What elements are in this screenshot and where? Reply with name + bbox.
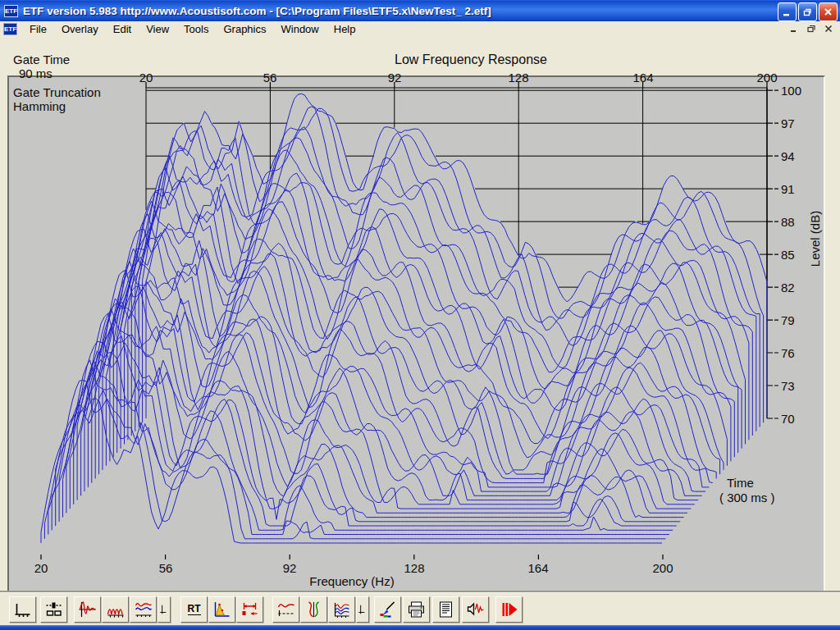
mdi-close-icon xyxy=(824,24,833,34)
level-tick-label: 88 xyxy=(781,215,817,229)
waterfall-icon xyxy=(331,600,352,619)
freq-bottom-tick-label: 56 xyxy=(148,561,184,575)
freq-bottom-tick-label: 200 xyxy=(645,561,681,575)
gate-span-button[interactable] xyxy=(236,596,263,623)
display-controls-button[interactable] xyxy=(40,596,67,623)
etf-app-window: ETF ETF version 5.983 http://www.Acousti… xyxy=(0,0,840,630)
printer-icon xyxy=(406,600,427,619)
gate-truncation-value: Hamming xyxy=(13,99,66,113)
freq-bottom-tick-label: 20 xyxy=(23,561,59,575)
axis-option-right-button[interactable] xyxy=(356,596,369,623)
mdi-restore-button[interactable] xyxy=(804,22,818,34)
level-tick-label: 97 xyxy=(781,116,817,130)
overlay-curves-button[interactable] xyxy=(130,596,157,623)
axis-option-left-button[interactable] xyxy=(158,596,171,623)
menu-view[interactable]: View xyxy=(139,22,176,37)
freq-top-tick-label: 56 xyxy=(252,71,288,84)
level-tick-label: 79 xyxy=(781,313,817,327)
menu-help[interactable]: Help xyxy=(326,22,363,37)
arrows-icon xyxy=(240,600,260,619)
freq-bottom-tick-label: 92 xyxy=(272,561,308,575)
title-bar[interactable]: ETF ETF version 5.983 http://www.Acousti… xyxy=(0,0,840,21)
minimize-button[interactable] xyxy=(778,2,797,21)
window-bottom-border xyxy=(0,625,840,630)
play-icon xyxy=(499,600,519,619)
level-tick-label: 85 xyxy=(781,248,817,262)
speaker-icon xyxy=(465,600,486,619)
comb-icon xyxy=(105,600,126,619)
axis-icon xyxy=(12,600,33,619)
y-axis-title: Level (dB) xyxy=(808,194,821,284)
corner-axis-icon xyxy=(158,600,170,619)
freq-top-tick-label: 128 xyxy=(500,71,536,84)
time-axis-title: Time xyxy=(727,476,754,490)
app-icon: ETF xyxy=(4,5,18,17)
menu-window[interactable]: Window xyxy=(274,22,326,37)
gate-time-value: 90 ms xyxy=(19,66,52,80)
menu-tools[interactable]: Tools xyxy=(176,22,216,37)
graph-axes-button[interactable] xyxy=(9,596,36,623)
restore-icon xyxy=(802,7,813,17)
menu-bar: ETF FileOverlayEditViewToolsGraphicsWind… xyxy=(0,21,840,38)
freq-top-tick-label: 200 xyxy=(749,71,785,84)
level-tick-label: 100 xyxy=(781,84,817,98)
restore-button[interactable] xyxy=(798,2,817,21)
freq-top-tick-label: 164 xyxy=(625,71,661,84)
freq-bottom-tick-label: 128 xyxy=(396,561,432,575)
time-axis-range: ( 300 ms ) xyxy=(719,491,775,504)
graph-colors-button[interactable] xyxy=(374,596,401,623)
level-tick-label: 70 xyxy=(781,412,817,426)
smoothed-response-button[interactable] xyxy=(272,596,299,623)
close-button[interactable] xyxy=(819,2,838,21)
playback-button[interactable] xyxy=(462,596,489,623)
sliders-icon xyxy=(43,600,64,619)
freq-bottom-tick-label: 164 xyxy=(520,561,556,575)
mdi-close-button[interactable] xyxy=(821,22,835,34)
menu-edit[interactable]: Edit xyxy=(106,22,139,37)
freq-top-tick-label: 92 xyxy=(377,71,413,84)
level-tick-label: 76 xyxy=(781,346,817,360)
phase-icon xyxy=(304,600,324,619)
menu-items: FileOverlayEditViewToolsGraphicsWindowHe… xyxy=(22,22,363,37)
measure-button[interactable] xyxy=(495,596,523,623)
document-app-icon: ETF xyxy=(3,23,17,35)
chart-title: Low Frequency Response xyxy=(331,52,610,67)
mdi-restore-icon xyxy=(806,24,816,34)
corner-axis-icon xyxy=(357,600,368,619)
level-tick-label: 94 xyxy=(781,149,817,163)
impulse-icon xyxy=(77,600,98,619)
decay-icon xyxy=(212,600,232,619)
level-tick-label: 82 xyxy=(781,281,817,294)
plot-area[interactable] xyxy=(7,75,825,623)
mdi-minimize-button[interactable] xyxy=(787,22,801,34)
impulse-response-button[interactable] xyxy=(74,596,101,623)
curves-icon xyxy=(133,600,153,619)
print-button[interactable] xyxy=(403,596,430,623)
menu-file[interactable]: File xyxy=(22,22,54,37)
close-icon xyxy=(823,7,833,17)
x-axis-title: Frequency (Hz) xyxy=(270,574,434,588)
toolbar: RT xyxy=(0,592,840,625)
mdi-minimize-icon xyxy=(789,24,799,34)
menu-overlay[interactable]: Overlay xyxy=(54,22,106,37)
gate-time-label: Gate Time xyxy=(13,52,70,66)
notes-button[interactable] xyxy=(432,596,459,623)
minimize-icon xyxy=(782,7,792,17)
rt-text-icon: RT xyxy=(188,603,201,615)
resonance-response-button[interactable] xyxy=(102,596,129,623)
level-tick-label: 91 xyxy=(781,182,817,196)
level-tick-label: 73 xyxy=(781,379,817,393)
brush-icon xyxy=(377,600,398,619)
wavy-icon xyxy=(276,600,296,619)
freq-top-tick-label: 20 xyxy=(128,71,164,84)
phase-response-button[interactable] xyxy=(300,596,327,623)
window-title: ETF version 5.983 http://www.Acoustisoft… xyxy=(23,5,491,17)
document-icon xyxy=(436,600,456,619)
rt60-button[interactable]: RT xyxy=(180,596,208,623)
menu-graphics[interactable]: Graphics xyxy=(216,22,273,37)
gate-truncation-label: Gate Truncation xyxy=(13,85,101,99)
client-area xyxy=(0,37,840,592)
waterfall-button[interactable] xyxy=(328,596,355,623)
energy-decay-button[interactable] xyxy=(208,596,235,623)
